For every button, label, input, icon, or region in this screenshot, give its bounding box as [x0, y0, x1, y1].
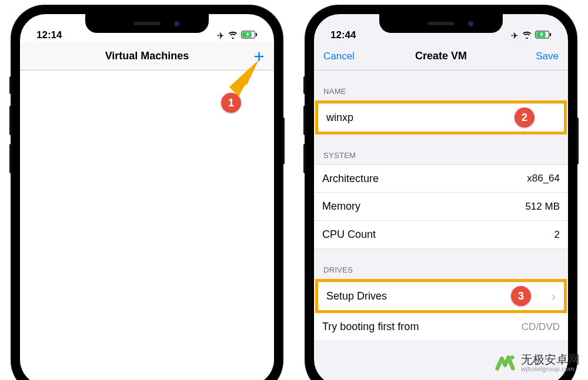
- mute-switch: [303, 76, 306, 94]
- architecture-label: Architecture: [322, 173, 379, 185]
- wifi-icon: [522, 31, 532, 41]
- name-cell: winxp 2: [318, 103, 564, 132]
- highlight-name-field: winxp 2: [315, 100, 567, 134]
- cancel-button[interactable]: Cancel: [323, 51, 355, 62]
- cpu-count-label: CPU Count: [322, 228, 376, 241]
- power-button: [282, 117, 285, 164]
- svg-point-8: [510, 355, 514, 359]
- notch: [85, 14, 209, 33]
- wifi-icon: [228, 31, 238, 41]
- section-header-system: SYSTEM: [314, 134, 568, 164]
- mute-switch: [9, 76, 12, 94]
- setup-drives-label: Setup Drives: [326, 290, 387, 302]
- page-title: Virtual Machines: [105, 50, 189, 62]
- power-button: [576, 117, 579, 164]
- memory-value: 512 MB: [525, 201, 560, 213]
- cpu-count-cell[interactable]: CPU Count 2: [314, 221, 568, 249]
- volume-down-button: [303, 144, 306, 173]
- volume-up-button: [9, 106, 12, 135]
- battery-charging-icon: [241, 31, 258, 41]
- setup-drives-cell[interactable]: Setup Drives 3 ›: [318, 282, 564, 310]
- architecture-value: x86_64: [527, 173, 560, 184]
- callout-badge-2: 2: [514, 107, 534, 127]
- watermark-logo-icon: [494, 352, 516, 374]
- battery-charging-icon: [535, 31, 552, 41]
- vm-list-empty: [20, 70, 274, 380]
- phone-mockup-left: 12:14 ✈ Virtual Machines +: [12, 6, 282, 380]
- highlight-setup-drives: Setup Drives 3 ›: [315, 279, 567, 313]
- section-header-name: NAME: [314, 70, 568, 100]
- volume-down-button: [9, 144, 12, 173]
- airplane-mode-icon: ✈: [511, 31, 519, 41]
- chevron-right-icon: ›: [552, 290, 556, 303]
- architecture-cell[interactable]: Architecture x86_64: [314, 164, 568, 193]
- svg-rect-2: [256, 33, 257, 36]
- watermark: 无极安卓网 wjhotelgroup.com: [494, 352, 580, 374]
- status-time: 12:14: [36, 29, 62, 41]
- callout-badge-3: 3: [511, 286, 531, 306]
- boot-order-cell[interactable]: Try booting first from CD/DVD: [314, 313, 568, 341]
- status-time: 12:44: [330, 29, 356, 41]
- volume-up-button: [303, 106, 306, 135]
- save-button[interactable]: Save: [536, 51, 559, 62]
- boot-order-value: CD/DVD: [522, 321, 560, 333]
- cpu-count-value: 2: [554, 229, 560, 241]
- svg-rect-7: [550, 33, 551, 36]
- airplane-mode-icon: ✈: [217, 31, 225, 41]
- callout-badge-1: 1: [221, 93, 241, 113]
- notch: [379, 14, 503, 33]
- watermark-text: 无极安卓网: [521, 354, 580, 366]
- boot-order-label: Try booting first from: [322, 321, 419, 333]
- navigation-bar: Cancel Create VM Save: [314, 42, 568, 70]
- memory-cell[interactable]: Memory 512 MB: [314, 193, 568, 221]
- form-content: NAME winxp 2 SYSTEM Architecture x86_64 …: [314, 70, 568, 341]
- page-title: Create VM: [415, 50, 467, 62]
- section-header-drives: DRIVES: [314, 249, 568, 279]
- phone-mockup-right: 12:44 ✈ Cancel Create VM Save NAME: [306, 6, 576, 380]
- watermark-url: wjhotelgroup.com: [521, 366, 580, 373]
- memory-label: Memory: [322, 200, 360, 213]
